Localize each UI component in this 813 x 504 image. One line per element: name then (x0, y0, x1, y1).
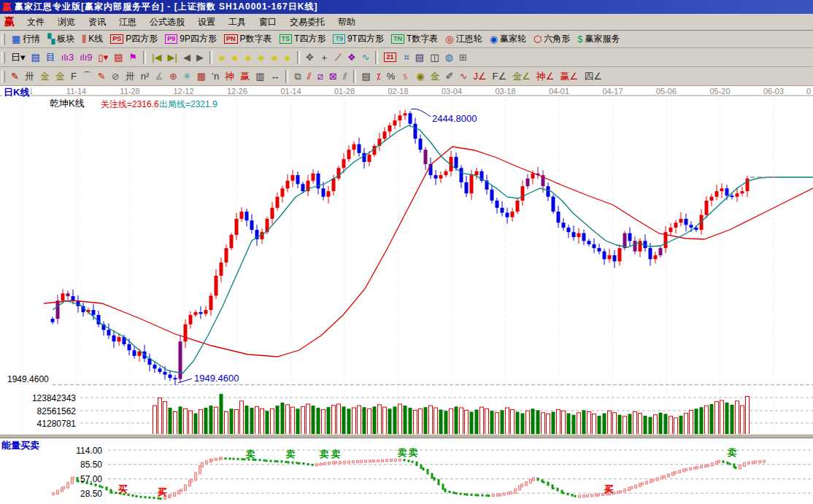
btn-last-page[interactable]: ▶| (166, 50, 180, 65)
tool-percent-lines[interactable]: ﹪ (398, 69, 412, 84)
tool-box[interactable]: ⧉ (292, 69, 303, 84)
btn-period-day[interactable]: 日▾ (9, 50, 28, 65)
btn-9p-square[interactable]: P99P四方形 (162, 32, 220, 47)
tool-angle[interactable]: ∡ (153, 69, 166, 84)
tool-purple-fan[interactable]: ⧄ (315, 69, 325, 84)
btn-gann-wheel[interactable]: ◎江恩轮 (442, 32, 485, 47)
tool-brush[interactable]: ✐ (444, 69, 456, 84)
btn-bars-3[interactable]: ılı3 (59, 50, 76, 65)
btn-cycle-tool[interactable]: ∿ (360, 50, 372, 65)
btn-bars-9[interactable]: ılı9 (77, 50, 94, 65)
menu-window[interactable]: 窗口 (253, 15, 283, 30)
btn-flag[interactable]: ⚑ (127, 50, 140, 65)
menu-gann[interactable]: 江恩 (112, 15, 143, 30)
btn-p-table[interactable]: PNP数字表 (221, 32, 275, 47)
tool-parallel-lines[interactable]: ⫽ (341, 69, 350, 84)
menu-help[interactable]: 帮助 (331, 15, 362, 30)
tool-width[interactable]: ↔ (268, 69, 282, 84)
toolbar-grip[interactable] (1, 52, 5, 63)
toolbar-grip[interactable] (1, 34, 5, 45)
btn-t-square[interactable]: TST四方形 (277, 32, 329, 47)
tool-circle-cross[interactable]: ⊕ (167, 69, 180, 84)
btn-first-page[interactable]: |◀ (150, 50, 163, 65)
tool-compass-circle[interactable]: ⊘ (109, 69, 122, 84)
tool-grid-fan[interactable]: ⊠ (327, 69, 339, 84)
tool-gold-circle[interactable]: ◉ (414, 69, 426, 84)
tool-ying-ruler[interactable]: 赢 (238, 69, 252, 84)
menu-trade[interactable]: 交易委托 (283, 15, 331, 30)
btn-calculator[interactable]: ⌗ (402, 50, 412, 65)
tool-f-angle[interactable]: F∠ (490, 69, 509, 84)
tool-n-quote[interactable]: ʼn (209, 69, 221, 84)
tool-hash-ruler-2[interactable]: 卅 (123, 69, 137, 84)
menu-file[interactable]: 文件 (20, 15, 51, 30)
btn-line-marker[interactable]: ⟋ (333, 50, 344, 65)
btn-network[interactable]: ◍ (442, 50, 455, 65)
tool-fence[interactable]: ▥ (253, 69, 266, 84)
btn-save[interactable]: ◫ (428, 50, 441, 65)
tool-grid-web[interactable]: ▦ (195, 69, 208, 84)
btn-sectors[interactable]: ▚板块 (45, 32, 77, 47)
btn-hexagon[interactable]: ⬡六角形 (531, 32, 573, 47)
tool-gold-angle[interactable]: 金∠ (510, 69, 533, 84)
tool-arc[interactable]: ⌒ (80, 69, 94, 84)
tool-f-ruler[interactable]: F (69, 69, 79, 84)
tool-j-angle[interactable]: J∠ (471, 69, 488, 84)
volume-bar-down (695, 408, 698, 435)
btn-diamond-compress[interactable]: ◈ (269, 50, 280, 65)
menu-settings[interactable]: 设置 (191, 15, 222, 30)
btn-export[interactable]: ⊞ (457, 50, 469, 65)
tool-star-web[interactable]: ✳ (181, 69, 193, 84)
btn-gann-shape[interactable]: ❖ (345, 50, 358, 65)
btn-crosshair[interactable]: ＋ (317, 50, 331, 65)
menu-browse[interactable]: 浏览 (51, 15, 82, 30)
btn-diamond-up[interactable]: ◈ (242, 50, 254, 65)
btn-diamond-left[interactable]: ◈ (216, 50, 228, 65)
tool-gold-ruler-1[interactable]: 金 (38, 69, 52, 84)
btn-chart-window[interactable]: ▤ (29, 50, 42, 65)
tool-ying-angle[interactable]: 赢∠ (558, 69, 580, 84)
btn-p-square[interactable]: PSP四方形 (107, 32, 161, 47)
btn-candle-style[interactable]: ▯▾ (96, 50, 111, 65)
tool-shen-angle[interactable]: 神∠ (534, 69, 557, 84)
btn-notepad[interactable]: ▤ (413, 50, 426, 65)
tool-si-angle[interactable]: 四∠ (582, 69, 604, 84)
tool-hash-ruler[interactable]: 卅 (23, 69, 36, 84)
title-bar[interactable]: 赢 赢家江恩专业版[赢家内部服务平台] - [上证指数 SH1A0001-167… (0, 0, 813, 14)
menu-news[interactable]: 资讯 (82, 15, 112, 30)
tool-shen-ruler[interactable]: 神 (223, 69, 236, 84)
btn-prev[interactable]: ◀ (181, 50, 193, 65)
indicator-marker-rise (521, 484, 523, 487)
chart-canvas[interactable] (0, 86, 813, 504)
tool-percent-7[interactable]: ⁒ (374, 69, 383, 84)
btn-kline[interactable]: ⫼K线 (79, 32, 106, 47)
tool-pen-ruler[interactable]: ✎ (9, 69, 21, 84)
tool-gold-ruler-2[interactable]: 金 (53, 69, 67, 84)
menu-tools[interactable]: 工具 (222, 15, 253, 30)
btn-pan-hand[interactable]: ✥ (304, 50, 316, 65)
menu-formula-stockpick[interactable]: 公式选股 (143, 15, 191, 30)
tool-wave-gold[interactable]: ∿ (458, 69, 470, 84)
chart-area[interactable]: 10-3111-1411-2812-1212-2601-1401-2802-18… (0, 86, 813, 504)
tool-n-squared[interactable]: n² (139, 69, 152, 84)
btn-next[interactable]: ▶ (194, 50, 206, 65)
tool-fan-lines[interactable]: ⫽ (305, 69, 314, 84)
btn-winner-service[interactable]: $赢家服务 (574, 32, 623, 47)
btn-chart-red[interactable]: ▤ (112, 50, 125, 65)
tool-percent[interactable]: % (385, 69, 398, 84)
app-menu-icon[interactable]: 赢 (0, 15, 20, 28)
tool-pen-measure[interactable]: ✎ (96, 69, 108, 84)
tool-gold-lines[interactable]: 金 (428, 69, 442, 84)
btn-info-doc[interactable]: 目 (44, 50, 58, 65)
btn-calendar[interactable]: 21 (382, 50, 400, 65)
toolbar-grip[interactable] (1, 71, 5, 82)
btn-t-table[interactable]: TNT数字表 (388, 32, 441, 47)
btn-diamond-right[interactable]: ◈ (229, 50, 241, 65)
btn-diamond-down[interactable]: ◈ (255, 50, 267, 65)
btn-quotes[interactable]: ▦行情 (9, 32, 43, 47)
pane-splitter[interactable] (0, 434, 813, 438)
tool-scale[interactable]: ▤ (360, 69, 373, 84)
btn-diamond-expand[interactable]: ◈ (282, 50, 293, 65)
btn-9t-square[interactable]: T99T四方形 (330, 32, 387, 47)
btn-winner-wheel[interactable]: ◉赢家轮 (487, 32, 529, 47)
